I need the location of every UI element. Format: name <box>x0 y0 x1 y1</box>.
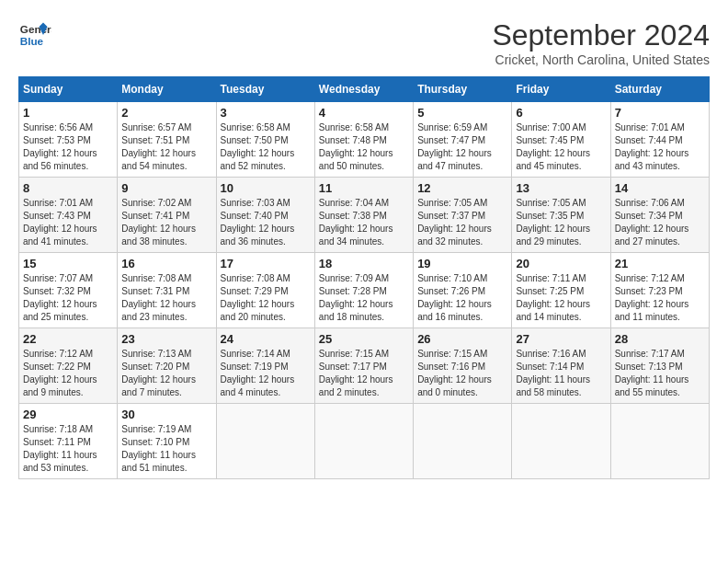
day-cell: 23Sunrise: 7:13 AM Sunset: 7:20 PM Dayli… <box>118 328 216 404</box>
day-cell: 10Sunrise: 7:03 AM Sunset: 7:40 PM Dayli… <box>216 178 314 253</box>
day-cell: 13Sunrise: 7:05 AM Sunset: 7:35 PM Dayli… <box>512 178 610 253</box>
svg-text:General: General <box>20 23 51 35</box>
day-number: 28 <box>615 332 705 346</box>
day-cell: 24Sunrise: 7:14 AM Sunset: 7:19 PM Dayli… <box>216 328 314 404</box>
day-info: Sunrise: 7:04 AM Sunset: 7:38 PM Dayligh… <box>319 197 409 248</box>
day-number: 11 <box>319 181 409 195</box>
day-number: 21 <box>615 257 705 270</box>
day-cell: 16Sunrise: 7:08 AM Sunset: 7:31 PM Dayli… <box>118 253 216 328</box>
day-cell: 11Sunrise: 7:04 AM Sunset: 7:38 PM Dayli… <box>314 178 413 253</box>
day-number: 24 <box>221 332 311 346</box>
header-cell-sunday: Sunday <box>19 77 118 102</box>
day-cell: 5Sunrise: 6:59 AM Sunset: 7:47 PM Daylig… <box>414 102 512 178</box>
day-cell <box>610 404 709 479</box>
header-cell-monday: Monday <box>118 77 216 102</box>
day-number: 18 <box>319 257 409 270</box>
day-number: 25 <box>319 332 409 346</box>
logo-icon: General Blue <box>18 18 51 52</box>
day-info: Sunrise: 7:03 AM Sunset: 7:40 PM Dayligh… <box>221 197 311 248</box>
day-info: Sunrise: 7:10 AM Sunset: 7:26 PM Dayligh… <box>417 272 507 324</box>
day-number: 23 <box>121 332 211 346</box>
day-info: Sunrise: 7:06 AM Sunset: 7:34 PM Dayligh… <box>615 197 705 248</box>
day-number: 7 <box>615 106 705 120</box>
day-cell: 2Sunrise: 6:57 AM Sunset: 7:51 PM Daylig… <box>118 102 216 178</box>
day-cell: 6Sunrise: 7:00 AM Sunset: 7:45 PM Daylig… <box>512 102 610 178</box>
day-info: Sunrise: 7:14 AM Sunset: 7:19 PM Dayligh… <box>221 348 311 399</box>
day-cell: 1Sunrise: 6:56 AM Sunset: 7:53 PM Daylig… <box>19 102 118 178</box>
day-number: 6 <box>516 106 606 120</box>
day-info: Sunrise: 7:15 AM Sunset: 7:17 PM Dayligh… <box>319 348 409 399</box>
day-cell: 17Sunrise: 7:08 AM Sunset: 7:29 PM Dayli… <box>216 253 314 328</box>
month-title: September 2024 <box>492 18 710 52</box>
day-cell: 21Sunrise: 7:12 AM Sunset: 7:23 PM Dayli… <box>610 253 709 328</box>
day-info: Sunrise: 6:56 AM Sunset: 7:53 PM Dayligh… <box>23 121 113 173</box>
day-info: Sunrise: 7:09 AM Sunset: 7:28 PM Dayligh… <box>319 272 409 324</box>
day-info: Sunrise: 7:15 AM Sunset: 7:16 PM Dayligh… <box>417 348 507 399</box>
day-cell <box>414 404 512 479</box>
day-number: 27 <box>516 332 606 346</box>
day-info: Sunrise: 6:58 AM Sunset: 7:50 PM Dayligh… <box>221 121 311 173</box>
day-info: Sunrise: 7:13 AM Sunset: 7:20 PM Dayligh… <box>121 348 211 399</box>
day-cell <box>216 404 314 479</box>
title-section: September 2024 Cricket, North Carolina, … <box>492 18 710 67</box>
calendar-body: 1Sunrise: 6:56 AM Sunset: 7:53 PM Daylig… <box>19 102 710 479</box>
day-number: 5 <box>417 106 507 120</box>
day-cell: 25Sunrise: 7:15 AM Sunset: 7:17 PM Dayli… <box>314 328 413 404</box>
day-number: 2 <box>121 106 211 120</box>
header-cell-thursday: Thursday <box>414 77 512 102</box>
day-cell: 26Sunrise: 7:15 AM Sunset: 7:16 PM Dayli… <box>414 328 512 404</box>
header-cell-friday: Friday <box>512 77 610 102</box>
logo: General Blue <box>18 18 51 52</box>
day-cell: 7Sunrise: 7:01 AM Sunset: 7:44 PM Daylig… <box>610 102 709 178</box>
day-number: 8 <box>23 181 113 195</box>
day-number: 4 <box>319 106 409 120</box>
day-number: 14 <box>615 181 705 195</box>
header-cell-tuesday: Tuesday <box>216 77 314 102</box>
day-number: 17 <box>221 257 311 270</box>
day-number: 16 <box>121 257 211 270</box>
day-info: Sunrise: 6:57 AM Sunset: 7:51 PM Dayligh… <box>121 121 211 173</box>
day-number: 12 <box>417 181 507 195</box>
day-cell: 15Sunrise: 7:07 AM Sunset: 7:32 PM Dayli… <box>19 253 118 328</box>
week-row-3: 15Sunrise: 7:07 AM Sunset: 7:32 PM Dayli… <box>19 253 710 328</box>
day-info: Sunrise: 7:01 AM Sunset: 7:44 PM Dayligh… <box>615 121 705 173</box>
calendar-header: SundayMondayTuesdayWednesdayThursdayFrid… <box>19 77 710 102</box>
day-cell: 19Sunrise: 7:10 AM Sunset: 7:26 PM Dayli… <box>414 253 512 328</box>
day-cell: 27Sunrise: 7:16 AM Sunset: 7:14 PM Dayli… <box>512 328 610 404</box>
day-info: Sunrise: 7:12 AM Sunset: 7:22 PM Dayligh… <box>23 348 113 399</box>
day-number: 15 <box>23 257 113 270</box>
header-cell-saturday: Saturday <box>610 77 709 102</box>
day-number: 29 <box>23 408 113 421</box>
day-info: Sunrise: 7:16 AM Sunset: 7:14 PM Dayligh… <box>516 348 606 399</box>
day-cell <box>512 404 610 479</box>
day-cell: 9Sunrise: 7:02 AM Sunset: 7:41 PM Daylig… <box>118 178 216 253</box>
day-cell: 30Sunrise: 7:19 AM Sunset: 7:10 PM Dayli… <box>118 404 216 479</box>
day-number: 30 <box>121 408 211 421</box>
day-cell: 18Sunrise: 7:09 AM Sunset: 7:28 PM Dayli… <box>314 253 413 328</box>
day-cell: 8Sunrise: 7:01 AM Sunset: 7:43 PM Daylig… <box>19 178 118 253</box>
day-number: 19 <box>417 257 507 270</box>
day-info: Sunrise: 7:08 AM Sunset: 7:31 PM Dayligh… <box>121 272 211 324</box>
day-number: 10 <box>221 181 311 195</box>
day-cell: 12Sunrise: 7:05 AM Sunset: 7:37 PM Dayli… <box>414 178 512 253</box>
calendar-table: SundayMondayTuesdayWednesdayThursdayFrid… <box>18 76 710 479</box>
day-cell: 20Sunrise: 7:11 AM Sunset: 7:25 PM Dayli… <box>512 253 610 328</box>
day-info: Sunrise: 7:02 AM Sunset: 7:41 PM Dayligh… <box>121 197 211 248</box>
day-cell: 14Sunrise: 7:06 AM Sunset: 7:34 PM Dayli… <box>610 178 709 253</box>
week-row-4: 22Sunrise: 7:12 AM Sunset: 7:22 PM Dayli… <box>19 328 710 404</box>
day-cell: 28Sunrise: 7:17 AM Sunset: 7:13 PM Dayli… <box>610 328 709 404</box>
day-number: 3 <box>221 106 311 120</box>
day-info: Sunrise: 7:00 AM Sunset: 7:45 PM Dayligh… <box>516 121 606 173</box>
day-cell: 22Sunrise: 7:12 AM Sunset: 7:22 PM Dayli… <box>19 328 118 404</box>
day-info: Sunrise: 7:19 AM Sunset: 7:10 PM Dayligh… <box>121 423 211 475</box>
day-cell <box>314 404 413 479</box>
day-number: 13 <box>516 181 606 195</box>
day-info: Sunrise: 7:08 AM Sunset: 7:29 PM Dayligh… <box>221 272 311 324</box>
svg-text:Blue: Blue <box>20 35 44 47</box>
day-info: Sunrise: 6:59 AM Sunset: 7:47 PM Dayligh… <box>417 121 507 173</box>
day-number: 22 <box>23 332 113 346</box>
day-number: 20 <box>516 257 606 270</box>
week-row-5: 29Sunrise: 7:18 AM Sunset: 7:11 PM Dayli… <box>19 404 710 479</box>
week-row-2: 8Sunrise: 7:01 AM Sunset: 7:43 PM Daylig… <box>19 178 710 253</box>
day-info: Sunrise: 7:11 AM Sunset: 7:25 PM Dayligh… <box>516 272 606 324</box>
